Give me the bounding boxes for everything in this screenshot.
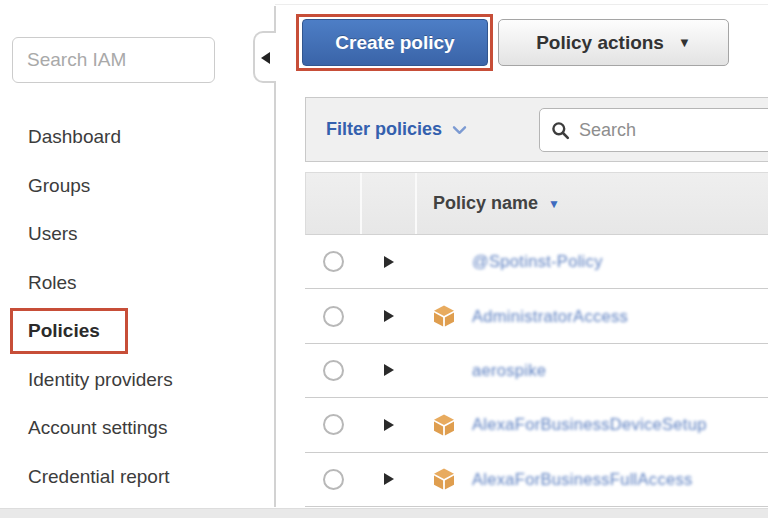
table-row: aerospike	[305, 344, 768, 398]
sidebar-item-groups[interactable]: Groups	[0, 162, 275, 211]
orange-cube-icon	[432, 413, 456, 437]
policies-table: Policy name ▼ @Spotinst-Policy Administr…	[305, 172, 768, 507]
magnifier-icon	[551, 121, 570, 140]
policy-search-input[interactable]	[577, 119, 768, 142]
policy-name-header-label: Policy name	[433, 193, 538, 214]
sidebar-item-label: Policies	[28, 320, 100, 341]
policy-name-sort-header[interactable]: Policy name ▼	[417, 193, 768, 214]
header-select-column	[306, 173, 362, 234]
sidebar-item-label: Groups	[28, 175, 90, 196]
policy-name-link[interactable]: AlexaForBusinessDeviceSetup	[472, 415, 707, 434]
sidebar-item-label: Roles	[28, 272, 77, 293]
table-row: AdministratorAccess	[305, 289, 768, 343]
sidebar-item-users[interactable]: Users	[0, 210, 275, 259]
table-header-row: Policy name ▼	[305, 172, 768, 235]
orange-cube-icon	[432, 467, 456, 491]
caret-down-icon: ▼	[678, 36, 691, 49]
sidebar-item-credential-report[interactable]: Credential report	[0, 453, 275, 502]
table-row: AlexaForBusinessDeviceSetup	[305, 398, 768, 452]
arrow-left-icon	[261, 52, 270, 64]
sidebar-item-roles[interactable]: Roles	[0, 259, 275, 308]
header-expand-column	[362, 173, 417, 234]
sidebar-item-label: Dashboard	[28, 126, 121, 147]
triangle-right-icon[interactable]	[384, 473, 394, 485]
sidebar-item-policies[interactable]: Policies	[0, 307, 275, 356]
policy-name-link[interactable]: aerospike	[472, 361, 546, 380]
create-policy-button[interactable]: Create policy	[302, 19, 488, 66]
filter-bar: Filter policies	[305, 97, 768, 162]
policy-actions-button[interactable]: Policy actions ▼	[498, 19, 729, 66]
triangle-right-icon[interactable]	[384, 364, 394, 376]
orange-cube-icon	[432, 304, 456, 328]
policy-name-link[interactable]: AdministratorAccess	[472, 307, 628, 326]
table-row: @Spotinst-Policy	[305, 235, 768, 289]
policy-search-box	[539, 108, 768, 152]
policy-name-link[interactable]: @Spotinst-Policy	[472, 252, 603, 271]
filter-policies-dropdown[interactable]: Filter policies	[326, 119, 467, 140]
iam-sidebar: Dashboard Groups Users Roles Policies Id…	[0, 0, 275, 508]
policy-name-link[interactable]: AlexaForBusinessFullAccess	[472, 470, 693, 489]
sidebar-item-account-settings[interactable]: Account settings	[0, 404, 275, 453]
table-row: AlexaForBusinessFullAccess	[305, 453, 768, 507]
row-radio-button[interactable]	[323, 306, 344, 327]
sidebar-item-label: Account settings	[28, 417, 167, 438]
page-bottom-edge	[0, 508, 768, 518]
sidebar-item-label: Users	[28, 223, 78, 244]
sidebar-item-dashboard[interactable]: Dashboard	[0, 113, 275, 162]
triangle-right-icon[interactable]	[384, 310, 394, 322]
policy-icon-slot	[432, 250, 456, 274]
policy-icon-slot	[432, 358, 456, 382]
chevron-down-icon	[452, 125, 467, 135]
sidebar-item-label: Identity providers	[28, 369, 173, 390]
sidebar-collapse-button[interactable]	[253, 31, 276, 83]
row-radio-button[interactable]	[323, 360, 344, 381]
row-radio-button[interactable]	[323, 414, 344, 435]
filter-policies-label: Filter policies	[326, 119, 442, 140]
sidebar-item-identity-providers[interactable]: Identity providers	[0, 356, 275, 405]
triangle-right-icon[interactable]	[384, 419, 394, 431]
triangle-right-icon[interactable]	[384, 256, 394, 268]
sidebar-item-label: Credential report	[28, 466, 170, 487]
sort-caret-down-icon: ▼	[548, 198, 560, 210]
iam-search-input[interactable]	[12, 37, 215, 83]
sidebar-nav: Dashboard Groups Users Roles Policies Id…	[0, 113, 275, 501]
policy-actions-label: Policy actions	[536, 32, 664, 54]
row-radio-button[interactable]	[323, 469, 344, 490]
row-radio-button[interactable]	[323, 251, 344, 272]
